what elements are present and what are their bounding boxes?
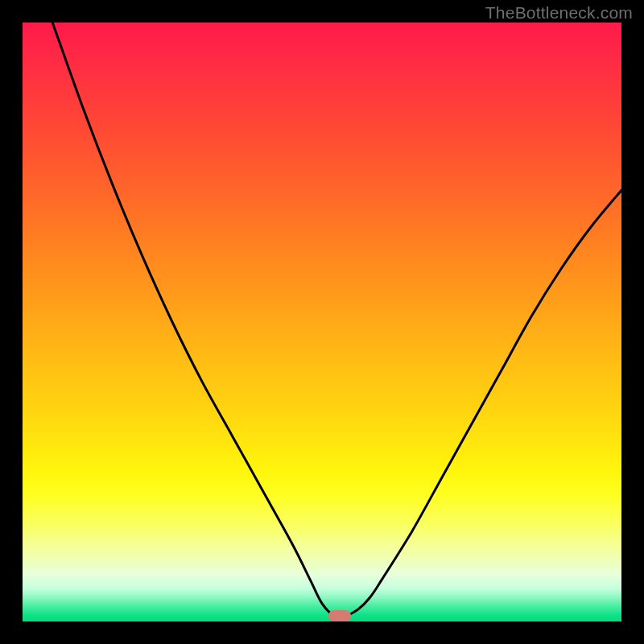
watermark-text: TheBottleneck.com <box>485 3 633 23</box>
bottleneck-curve-path <box>52 23 621 617</box>
optimal-point-marker <box>328 610 351 621</box>
chart-frame: TheBottleneck.com <box>0 0 644 644</box>
curve-svg <box>23 23 621 621</box>
plot-area <box>23 23 621 621</box>
